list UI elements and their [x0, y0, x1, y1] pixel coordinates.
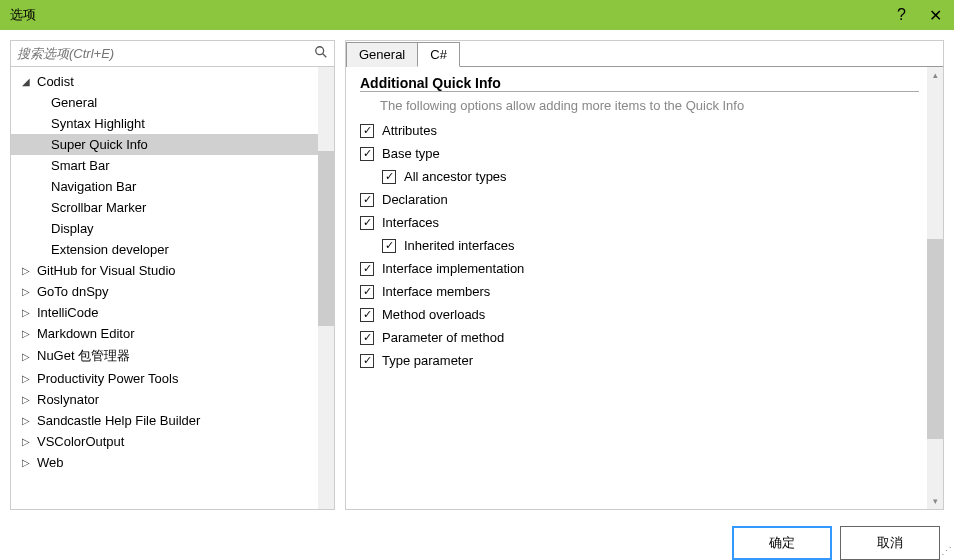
content-scrollbar-thumb[interactable]: [927, 239, 943, 439]
tree-label: Roslynator: [33, 391, 103, 408]
tree-node[interactable]: ▷IntelliCode: [11, 302, 334, 323]
tree-node[interactable]: ▷Roslynator: [11, 389, 334, 410]
option-label: Declaration: [382, 192, 448, 207]
tree-label: NuGet 包管理器: [33, 346, 134, 366]
option-row: ✓Interface members: [360, 284, 919, 299]
expand-icon[interactable]: ▷: [19, 394, 33, 405]
checkbox[interactable]: ✓: [360, 262, 374, 276]
svg-point-0: [316, 47, 324, 55]
checkbox[interactable]: ✓: [382, 170, 396, 184]
button-bar: 确定 取消: [0, 520, 954, 560]
cancel-button[interactable]: 取消: [840, 526, 940, 560]
tree-label: IntelliCode: [33, 304, 102, 321]
check-icon: ✓: [363, 194, 372, 205]
expand-icon[interactable]: ▷: [19, 373, 33, 384]
check-icon: ✓: [363, 286, 372, 297]
tree-node[interactable]: Scrollbar Marker: [11, 197, 334, 218]
expand-icon[interactable]: ▷: [19, 286, 33, 297]
scroll-up-icon[interactable]: ▴: [927, 67, 943, 83]
checkbox[interactable]: ✓: [360, 193, 374, 207]
tree-label: GitHub for Visual Studio: [33, 262, 180, 279]
search-input[interactable]: [17, 46, 314, 61]
left-pane: ◢CodistGeneralSyntax HighlightSuper Quic…: [10, 40, 335, 510]
expand-icon[interactable]: ▷: [19, 328, 33, 339]
option-label: Attributes: [382, 123, 437, 138]
search-icon[interactable]: [314, 45, 328, 62]
option-row: ✓Inherited interfaces: [382, 238, 919, 253]
tree-label: Productivity Power Tools: [33, 370, 182, 387]
tree-node[interactable]: Syntax Highlight: [11, 113, 334, 134]
option-row: ✓Declaration: [360, 192, 919, 207]
tree-node[interactable]: ▷Markdown Editor: [11, 323, 334, 344]
tree-node[interactable]: ▷GoTo dnSpy: [11, 281, 334, 302]
tab-general[interactable]: General: [346, 42, 418, 67]
check-icon: ✓: [363, 309, 372, 320]
resize-grip-icon[interactable]: ⋰: [941, 545, 952, 558]
tree-node[interactable]: Smart Bar: [11, 155, 334, 176]
option-label: Interface members: [382, 284, 490, 299]
tree-view[interactable]: ◢CodistGeneralSyntax HighlightSuper Quic…: [11, 67, 334, 509]
option-label: Interface implementation: [382, 261, 524, 276]
expand-icon[interactable]: ▷: [19, 307, 33, 318]
tree-node[interactable]: ▷Web: [11, 452, 334, 473]
content-scrollbar[interactable]: ▴ ▾: [927, 67, 943, 509]
ok-button[interactable]: 确定: [732, 526, 832, 560]
check-icon: ✓: [363, 125, 372, 136]
tree-node[interactable]: ▷VSColorOutput: [11, 431, 334, 452]
tree-scrollbar-thumb[interactable]: [318, 151, 334, 326]
expand-icon[interactable]: ▷: [19, 457, 33, 468]
collapse-icon[interactable]: ◢: [19, 76, 33, 87]
dialog-body: ◢CodistGeneralSyntax HighlightSuper Quic…: [0, 30, 954, 520]
tree-label: Scrollbar Marker: [47, 199, 150, 216]
check-icon: ✓: [363, 355, 372, 366]
tree-node[interactable]: Extension developer: [11, 239, 334, 260]
section-desc: The following options allow adding more …: [360, 98, 919, 113]
check-icon: ✓: [363, 148, 372, 159]
tree-node[interactable]: ▷Sandcastle Help File Builder: [11, 410, 334, 431]
tree-scrollbar[interactable]: [318, 67, 334, 509]
option-row: ✓Base type: [360, 146, 919, 161]
checkbox[interactable]: ✓: [360, 308, 374, 322]
checkbox[interactable]: ✓: [360, 354, 374, 368]
svg-line-1: [323, 54, 327, 58]
checkbox[interactable]: ✓: [360, 216, 374, 230]
tree-label: Web: [33, 454, 68, 471]
scroll-down-icon[interactable]: ▾: [927, 493, 943, 509]
tree-label: Display: [47, 220, 98, 237]
checkbox[interactable]: ✓: [360, 331, 374, 345]
expand-icon[interactable]: ▷: [19, 436, 33, 447]
option-label: All ancestor types: [404, 169, 507, 184]
right-pane: GeneralC# Additional Quick Info The foll…: [345, 40, 944, 510]
expand-icon[interactable]: ▷: [19, 265, 33, 276]
tree-label: Codist: [33, 73, 78, 90]
expand-icon[interactable]: ▷: [19, 351, 33, 362]
option-row: ✓Method overloads: [360, 307, 919, 322]
option-label: Parameter of method: [382, 330, 504, 345]
help-icon[interactable]: ?: [897, 6, 906, 24]
search-row: [11, 41, 334, 67]
tree-node[interactable]: Super Quick Info: [11, 134, 334, 155]
tree-node[interactable]: Display: [11, 218, 334, 239]
tree-node[interactable]: ▷GitHub for Visual Studio: [11, 260, 334, 281]
tree-node[interactable]: ▷NuGet 包管理器: [11, 344, 334, 368]
option-row: ✓Parameter of method: [360, 330, 919, 345]
tree-node[interactable]: Navigation Bar: [11, 176, 334, 197]
section-title: Additional Quick Info: [360, 75, 919, 92]
close-icon[interactable]: ✕: [929, 6, 942, 25]
option-label: Base type: [382, 146, 440, 161]
checkbox[interactable]: ✓: [360, 124, 374, 138]
checkbox[interactable]: ✓: [382, 239, 396, 253]
checkbox[interactable]: ✓: [360, 285, 374, 299]
expand-icon[interactable]: ▷: [19, 415, 33, 426]
option-row: ✓Interface implementation: [360, 261, 919, 276]
titlebar: 选项 ? ✕: [0, 0, 954, 30]
tree-node[interactable]: ▷Productivity Power Tools: [11, 368, 334, 389]
tree-node-root[interactable]: ◢Codist: [11, 71, 334, 92]
tab-csharp[interactable]: C#: [417, 42, 460, 67]
checkbox[interactable]: ✓: [360, 147, 374, 161]
option-label: Inherited interfaces: [404, 238, 515, 253]
tree-label: Super Quick Info: [47, 136, 152, 153]
tree-label: General: [47, 94, 101, 111]
check-icon: ✓: [363, 263, 372, 274]
tree-node[interactable]: General: [11, 92, 334, 113]
